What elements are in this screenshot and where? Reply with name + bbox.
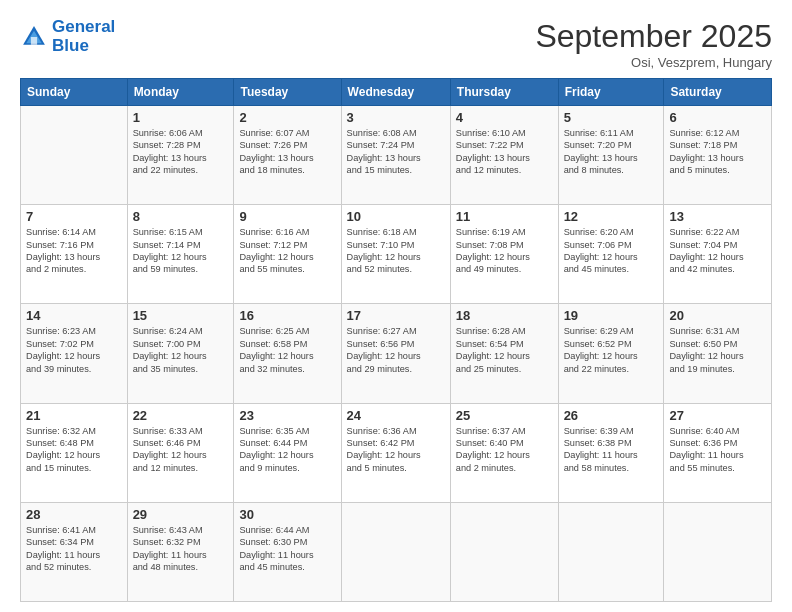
day-number: 6 [669,110,766,125]
day-cell: 5Sunrise: 6:11 AM Sunset: 7:20 PM Daylig… [558,106,664,205]
day-info: Sunrise: 6:15 AM Sunset: 7:14 PM Dayligh… [133,226,229,276]
day-info: Sunrise: 6:24 AM Sunset: 7:00 PM Dayligh… [133,325,229,375]
day-number: 24 [347,408,445,423]
logo-text: General Blue [52,18,115,55]
day-cell: 16Sunrise: 6:25 AM Sunset: 6:58 PM Dayli… [234,304,341,403]
day-cell: 11Sunrise: 6:19 AM Sunset: 7:08 PM Dayli… [450,205,558,304]
day-number: 10 [347,209,445,224]
day-info: Sunrise: 6:22 AM Sunset: 7:04 PM Dayligh… [669,226,766,276]
day-number: 28 [26,507,122,522]
day-info: Sunrise: 6:20 AM Sunset: 7:06 PM Dayligh… [564,226,659,276]
day-info: Sunrise: 6:16 AM Sunset: 7:12 PM Dayligh… [239,226,335,276]
day-info: Sunrise: 6:14 AM Sunset: 7:16 PM Dayligh… [26,226,122,276]
day-info: Sunrise: 6:40 AM Sunset: 6:36 PM Dayligh… [669,425,766,475]
day-cell: 17Sunrise: 6:27 AM Sunset: 6:56 PM Dayli… [341,304,450,403]
day-number: 12 [564,209,659,224]
day-number: 29 [133,507,229,522]
day-info: Sunrise: 6:11 AM Sunset: 7:20 PM Dayligh… [564,127,659,177]
day-info: Sunrise: 6:39 AM Sunset: 6:38 PM Dayligh… [564,425,659,475]
day-cell: 7Sunrise: 6:14 AM Sunset: 7:16 PM Daylig… [21,205,128,304]
day-info: Sunrise: 6:06 AM Sunset: 7:28 PM Dayligh… [133,127,229,177]
svg-rect-2 [31,37,37,45]
day-cell: 15Sunrise: 6:24 AM Sunset: 7:00 PM Dayli… [127,304,234,403]
day-cell [664,502,772,601]
day-cell: 20Sunrise: 6:31 AM Sunset: 6:50 PM Dayli… [664,304,772,403]
week-row-3: 14Sunrise: 6:23 AM Sunset: 7:02 PM Dayli… [21,304,772,403]
day-info: Sunrise: 6:36 AM Sunset: 6:42 PM Dayligh… [347,425,445,475]
day-cell: 28Sunrise: 6:41 AM Sunset: 6:34 PM Dayli… [21,502,128,601]
day-number: 19 [564,308,659,323]
day-cell [21,106,128,205]
day-number: 2 [239,110,335,125]
day-cell [558,502,664,601]
day-info: Sunrise: 6:18 AM Sunset: 7:10 PM Dayligh… [347,226,445,276]
day-number: 17 [347,308,445,323]
day-number: 11 [456,209,553,224]
day-cell: 25Sunrise: 6:37 AM Sunset: 6:40 PM Dayli… [450,403,558,502]
day-info: Sunrise: 6:28 AM Sunset: 6:54 PM Dayligh… [456,325,553,375]
logo-blue: Blue [52,36,89,55]
day-cell: 8Sunrise: 6:15 AM Sunset: 7:14 PM Daylig… [127,205,234,304]
day-info: Sunrise: 6:43 AM Sunset: 6:32 PM Dayligh… [133,524,229,574]
day-number: 1 [133,110,229,125]
day-info: Sunrise: 6:29 AM Sunset: 6:52 PM Dayligh… [564,325,659,375]
day-cell: 26Sunrise: 6:39 AM Sunset: 6:38 PM Dayli… [558,403,664,502]
location-subtitle: Osi, Veszprem, Hungary [535,55,772,70]
day-cell: 12Sunrise: 6:20 AM Sunset: 7:06 PM Dayli… [558,205,664,304]
day-info: Sunrise: 6:19 AM Sunset: 7:08 PM Dayligh… [456,226,553,276]
day-number: 23 [239,408,335,423]
day-cell: 9Sunrise: 6:16 AM Sunset: 7:12 PM Daylig… [234,205,341,304]
day-cell [450,502,558,601]
weekday-header-thursday: Thursday [450,79,558,106]
day-cell [341,502,450,601]
day-number: 22 [133,408,229,423]
day-info: Sunrise: 6:25 AM Sunset: 6:58 PM Dayligh… [239,325,335,375]
day-info: Sunrise: 6:37 AM Sunset: 6:40 PM Dayligh… [456,425,553,475]
day-number: 26 [564,408,659,423]
day-info: Sunrise: 6:10 AM Sunset: 7:22 PM Dayligh… [456,127,553,177]
day-info: Sunrise: 6:35 AM Sunset: 6:44 PM Dayligh… [239,425,335,475]
title-block: September 2025 Osi, Veszprem, Hungary [535,18,772,70]
day-cell: 29Sunrise: 6:43 AM Sunset: 6:32 PM Dayli… [127,502,234,601]
day-cell: 1Sunrise: 6:06 AM Sunset: 7:28 PM Daylig… [127,106,234,205]
day-info: Sunrise: 6:23 AM Sunset: 7:02 PM Dayligh… [26,325,122,375]
header: General Blue September 2025 Osi, Veszpre… [20,18,772,70]
day-number: 16 [239,308,335,323]
day-cell: 22Sunrise: 6:33 AM Sunset: 6:46 PM Dayli… [127,403,234,502]
weekday-header-row: SundayMondayTuesdayWednesdayThursdayFrid… [21,79,772,106]
day-cell: 30Sunrise: 6:44 AM Sunset: 6:30 PM Dayli… [234,502,341,601]
day-info: Sunrise: 6:31 AM Sunset: 6:50 PM Dayligh… [669,325,766,375]
day-info: Sunrise: 6:33 AM Sunset: 6:46 PM Dayligh… [133,425,229,475]
weekday-header-monday: Monday [127,79,234,106]
week-row-1: 1Sunrise: 6:06 AM Sunset: 7:28 PM Daylig… [21,106,772,205]
weekday-header-saturday: Saturday [664,79,772,106]
page: General Blue September 2025 Osi, Veszpre… [0,0,792,612]
day-number: 8 [133,209,229,224]
day-number: 9 [239,209,335,224]
day-cell: 2Sunrise: 6:07 AM Sunset: 7:26 PM Daylig… [234,106,341,205]
day-info: Sunrise: 6:44 AM Sunset: 6:30 PM Dayligh… [239,524,335,574]
day-number: 27 [669,408,766,423]
day-cell: 18Sunrise: 6:28 AM Sunset: 6:54 PM Dayli… [450,304,558,403]
day-info: Sunrise: 6:12 AM Sunset: 7:18 PM Dayligh… [669,127,766,177]
weekday-header-sunday: Sunday [21,79,128,106]
logo: General Blue [20,18,115,55]
day-number: 13 [669,209,766,224]
day-info: Sunrise: 6:08 AM Sunset: 7:24 PM Dayligh… [347,127,445,177]
day-cell: 6Sunrise: 6:12 AM Sunset: 7:18 PM Daylig… [664,106,772,205]
calendar-table: SundayMondayTuesdayWednesdayThursdayFrid… [20,78,772,602]
weekday-header-wednesday: Wednesday [341,79,450,106]
day-cell: 14Sunrise: 6:23 AM Sunset: 7:02 PM Dayli… [21,304,128,403]
weekday-header-friday: Friday [558,79,664,106]
day-number: 30 [239,507,335,522]
day-cell: 24Sunrise: 6:36 AM Sunset: 6:42 PM Dayli… [341,403,450,502]
week-row-4: 21Sunrise: 6:32 AM Sunset: 6:48 PM Dayli… [21,403,772,502]
day-info: Sunrise: 6:32 AM Sunset: 6:48 PM Dayligh… [26,425,122,475]
logo-general: General [52,17,115,36]
day-cell: 19Sunrise: 6:29 AM Sunset: 6:52 PM Dayli… [558,304,664,403]
day-cell: 21Sunrise: 6:32 AM Sunset: 6:48 PM Dayli… [21,403,128,502]
day-info: Sunrise: 6:41 AM Sunset: 6:34 PM Dayligh… [26,524,122,574]
day-cell: 27Sunrise: 6:40 AM Sunset: 6:36 PM Dayli… [664,403,772,502]
day-number: 21 [26,408,122,423]
day-number: 15 [133,308,229,323]
